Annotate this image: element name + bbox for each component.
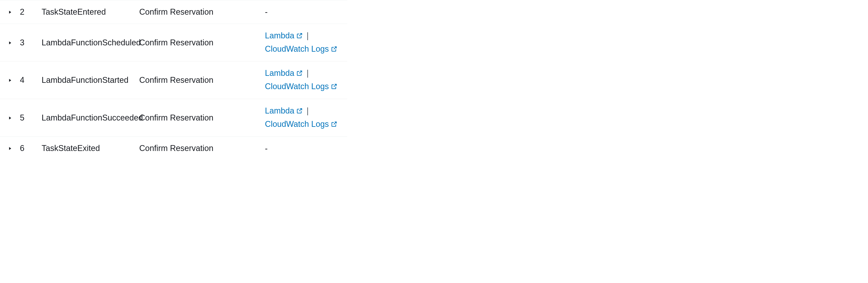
execution-events-table: 2TaskStateEnteredConfirm Reservation-3La… — [0, 0, 347, 160]
expand-toggle[interactable] — [6, 39, 13, 46]
link-separator: | — [307, 31, 309, 40]
caret-right-icon — [7, 38, 12, 47]
external-link-icon — [331, 118, 338, 131]
event-row: 2TaskStateEnteredConfirm Reservation- — [0, 0, 347, 24]
lambda-link[interactable]: Lambda — [265, 68, 303, 78]
event-resource: Lambda | CloudWatch Logs — [265, 99, 347, 137]
external-link-icon — [296, 30, 303, 43]
caret-right-icon — [7, 7, 12, 17]
expand-toggle[interactable] — [6, 8, 13, 15]
event-id: 6 — [20, 137, 41, 160]
external-link-icon — [296, 68, 303, 80]
event-resource: Lambda | CloudWatch Logs — [265, 24, 347, 61]
expand-toggle[interactable] — [6, 114, 13, 121]
event-step: Confirm Reservation — [139, 61, 265, 99]
event-resource: - — [265, 0, 347, 24]
expand-toggle[interactable] — [6, 145, 13, 152]
link-separator: | — [307, 106, 309, 115]
event-row: 5LambdaFunctionSucceededConfirm Reservat… — [0, 99, 347, 137]
event-resource: - — [265, 137, 347, 160]
cloudwatch-logs-link[interactable]: CloudWatch Logs — [265, 44, 338, 54]
event-row: 4LambdaFunctionStartedConfirm Reservatio… — [0, 61, 347, 99]
event-id: 2 — [20, 0, 41, 24]
caret-right-icon — [7, 113, 12, 122]
event-type: TaskStateEntered — [41, 0, 139, 24]
event-step: Confirm Reservation — [139, 24, 265, 61]
no-resource-placeholder: - — [265, 7, 268, 16]
event-type: LambdaFunctionSucceeded — [41, 99, 139, 137]
cloudwatch-logs-link[interactable]: CloudWatch Logs — [265, 119, 338, 129]
cloudwatch-logs-link[interactable]: CloudWatch Logs — [265, 82, 338, 91]
caret-right-icon — [7, 144, 12, 153]
external-link-icon — [331, 81, 338, 94]
event-id: 3 — [20, 24, 41, 61]
event-step: Confirm Reservation — [139, 99, 265, 137]
event-id: 4 — [20, 61, 41, 99]
caret-right-icon — [7, 75, 12, 85]
external-link-icon — [331, 43, 338, 56]
event-type: LambdaFunctionScheduled — [41, 24, 139, 61]
event-row: 6TaskStateExitedConfirm Reservation- — [0, 137, 347, 160]
link-separator: | — [307, 68, 309, 78]
event-type: LambdaFunctionStarted — [41, 61, 139, 99]
event-resource: Lambda | CloudWatch Logs — [265, 61, 347, 99]
lambda-link[interactable]: Lambda — [265, 106, 303, 115]
event-id: 5 — [20, 99, 41, 137]
event-step: Confirm Reservation — [139, 0, 265, 24]
event-row: 3LambdaFunctionScheduledConfirm Reservat… — [0, 24, 347, 61]
event-step: Confirm Reservation — [139, 137, 265, 160]
no-resource-placeholder: - — [265, 144, 268, 153]
lambda-link[interactable]: Lambda — [265, 31, 303, 40]
event-type: TaskStateExited — [41, 137, 139, 160]
external-link-icon — [296, 105, 303, 118]
expand-toggle[interactable] — [6, 76, 13, 84]
